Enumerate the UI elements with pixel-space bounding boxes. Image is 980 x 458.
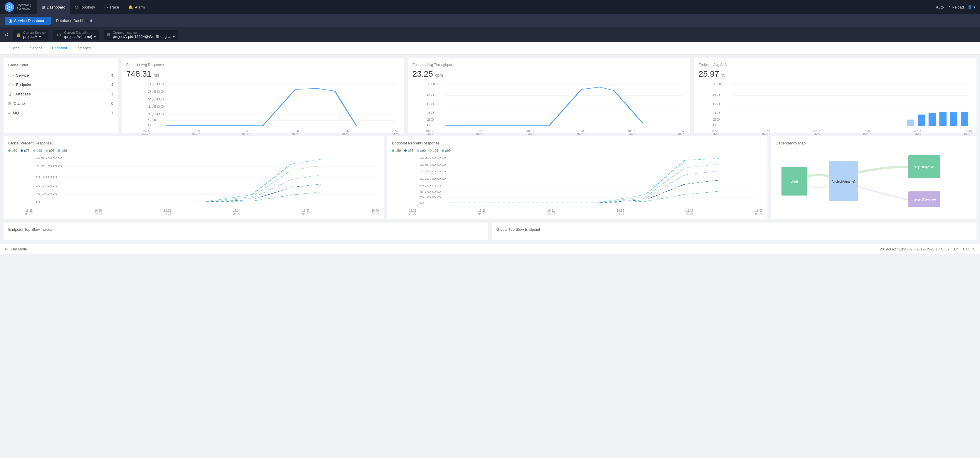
endpoint-percent-response-card: Endpoint Percent Response p50 p75 p90 p9… bbox=[387, 136, 767, 219]
svg-text:20: 20 bbox=[713, 118, 720, 121]
svg-text:12,000: 12,000 bbox=[419, 177, 446, 180]
logo-icon bbox=[5, 2, 14, 12]
endpoint-top-slow-traces-title: Endpoint Top Slow Traces bbox=[8, 227, 484, 232]
endpoint-avg-throughput-card: Endpoint Avg Throughput 23.25 cpm 100 80… bbox=[408, 58, 690, 133]
svg-text:12,500: 12,500 bbox=[35, 165, 62, 168]
legend-p90: p90 bbox=[33, 149, 42, 153]
global-percent-legend: p50 p75 p90 p95 p99 bbox=[8, 149, 379, 153]
logo: Skywalking Rocketbot bbox=[5, 2, 31, 12]
ep-legend-p95: p95 bbox=[429, 149, 438, 153]
instance-dropdown-icon[interactable]: ▾ bbox=[173, 34, 175, 39]
endpoint-avg-response-unit: ms bbox=[154, 73, 159, 78]
global-percent-response-title: Global Percent Response bbox=[8, 141, 379, 145]
brief-item-cache: ⊟ Cache 0 bbox=[8, 99, 113, 108]
endpoint-sla-chart: 100 80 60 40 20 0 bbox=[698, 81, 972, 128]
nav-item-alarm[interactable]: 🔔 Alarm bbox=[124, 0, 150, 14]
reload-button[interactable]: ↺ Reload bbox=[947, 5, 964, 10]
global-brief-list: </> Service 4 </> Endpoint 4 🗄 Database bbox=[8, 71, 113, 118]
top-navigation: Skywalking Rocketbot ⊞ Dashboard ⬡ Topol… bbox=[0, 0, 980, 14]
svg-text:0: 0 bbox=[713, 124, 716, 127]
nav-right: Auto ↺ Reload 👤 ▾ bbox=[936, 5, 975, 10]
endpoint-avg-sla-label: Endpoint Avg SLA bbox=[698, 63, 972, 67]
endpoint-icon: </> bbox=[8, 83, 14, 87]
svg-text:3,000: 3,000 bbox=[148, 82, 164, 86]
chevron-down-icon: ▾ bbox=[973, 5, 975, 10]
global-top-slow-endpoint-card: Global Top Slow Endpoint bbox=[492, 223, 977, 240]
ep-legend-p90: p90 bbox=[417, 149, 426, 153]
endpoint-percent-legend: p50 p75 p90 p95 p99 bbox=[392, 149, 763, 153]
svg-text:1,500: 1,500 bbox=[148, 105, 164, 109]
svg-text:80: 80 bbox=[713, 93, 720, 97]
dependency-map-svg: User /projectA/{name} /projectB/{value} … bbox=[776, 149, 972, 213]
nav-item-topology[interactable]: ⬡ Topology bbox=[70, 0, 100, 14]
svg-text:40: 40 bbox=[427, 111, 434, 114]
svg-text:15,000: 15,000 bbox=[35, 156, 62, 159]
endpoint-avg-response-value: 748.31 bbox=[126, 69, 151, 78]
svg-text:/projectA/{name}: /projectA/{name} bbox=[832, 180, 855, 183]
ep-legend-p75: p75 bbox=[404, 149, 413, 153]
gear-icon[interactable]: ⚙ bbox=[5, 247, 8, 251]
svg-text:0: 0 bbox=[35, 200, 40, 204]
lock-icon: 🔒 bbox=[16, 33, 21, 37]
dashboard-icon: ⊞ bbox=[42, 5, 45, 10]
svg-text:9,000: 9,000 bbox=[35, 176, 57, 179]
svg-text:2,500: 2,500 bbox=[148, 90, 164, 93]
row-bottom: Endpoint Top Slow Traces Global Top Slow… bbox=[3, 223, 977, 240]
main-content: Global Brief </> Service 4 </> Endpoint … bbox=[0, 55, 980, 244]
service-icon: </> bbox=[8, 73, 14, 78]
svg-text:60: 60 bbox=[713, 102, 720, 106]
brief-item-mq: ≡ MQ 1 bbox=[8, 108, 113, 118]
service-dropdown-icon[interactable]: ▾ bbox=[39, 34, 41, 39]
nav-item-dashboard[interactable]: ⊞ Dashboard bbox=[37, 0, 70, 14]
svg-text:3,000: 3,000 bbox=[419, 196, 441, 199]
current-endpoint-group: </> Current Endpoint /projectA/{name} ▾ bbox=[53, 30, 99, 40]
mq-icon: ≡ bbox=[8, 111, 11, 115]
tab-service[interactable]: Service bbox=[25, 42, 47, 54]
svg-rect-40 bbox=[961, 112, 968, 126]
database-label: Database bbox=[14, 92, 31, 96]
svg-text:60: 60 bbox=[427, 102, 434, 106]
current-endpoint-value: /projectA/{name} ▾ bbox=[64, 34, 96, 39]
footer-time-range: 2019-04-27 18:25:37 ~ 2019-04-27 18:40:3… bbox=[880, 247, 950, 251]
svg-rect-37 bbox=[929, 113, 935, 126]
global-top-slow-endpoint-title: Global Top Slow Endpoint bbox=[496, 227, 972, 232]
svg-text:0: 0 bbox=[419, 201, 424, 205]
svg-text:500: 500 bbox=[148, 119, 159, 122]
user-button[interactable]: 👤 ▾ bbox=[967, 5, 975, 10]
tab-instance[interactable]: Instance bbox=[72, 42, 95, 54]
alarm-icon: 🔔 bbox=[128, 5, 133, 10]
svg-text:21,000: 21,000 bbox=[419, 156, 446, 159]
footer-lang[interactable]: En bbox=[954, 247, 959, 251]
endpoint-label: Endpoint bbox=[16, 83, 31, 87]
sub-nav-service-dashboard[interactable]: ▣ Service Dashboard bbox=[5, 17, 51, 25]
tab-global[interactable]: Global bbox=[5, 42, 25, 54]
toolbar: ↺ 🔒 Current Service projectA ▾ </> Curre… bbox=[0, 27, 980, 42]
nav-item-trace[interactable]: ↝ Trace bbox=[100, 0, 124, 14]
sub-nav-database-dashboard[interactable]: Database Dashboard bbox=[52, 17, 96, 25]
service-count: 4 bbox=[111, 73, 113, 78]
topology-icon: ⬡ bbox=[75, 5, 78, 10]
legend-p50: p50 bbox=[8, 149, 17, 153]
endpoint-avg-response-card: Endpoint Avg Response 748.31 ms 3,000 2,… bbox=[121, 58, 404, 133]
endpoint-percent-chart: 21,000 18,000 15,000 12,000 9,000 6,000 … bbox=[392, 155, 763, 208]
current-instance-group: 🖥 Current Instance projectA-pid:12624@Wu… bbox=[103, 30, 178, 40]
endpoint-percent-response-title: Endpoint Percent Response bbox=[392, 141, 763, 145]
svg-rect-38 bbox=[940, 112, 947, 126]
svg-text:100: 100 bbox=[713, 82, 724, 86]
toolbar-refresh-icon[interactable]: ↺ bbox=[5, 32, 8, 38]
brief-item-service: </> Service 4 bbox=[8, 71, 113, 80]
svg-rect-35 bbox=[907, 119, 914, 126]
code-icon: </> bbox=[56, 33, 62, 37]
svg-text:/projectB/{value}: /projectB/{value} bbox=[913, 165, 936, 169]
current-service-value: projectA ▾ bbox=[23, 34, 46, 39]
tab-endpoint[interactable]: Endpoint bbox=[47, 42, 72, 54]
endpoint-dropdown-icon[interactable]: ▾ bbox=[94, 34, 96, 39]
ep-legend-p99: p99 bbox=[442, 149, 450, 153]
svg-text:3,000: 3,000 bbox=[35, 192, 57, 196]
svg-text:9,000: 9,000 bbox=[419, 184, 441, 187]
database-count: 1 bbox=[111, 92, 113, 96]
auto-button[interactable]: Auto bbox=[936, 5, 944, 10]
endpoint-avg-response-label: Endpoint Avg Response bbox=[126, 63, 399, 67]
svg-text:6,000: 6,000 bbox=[419, 190, 441, 194]
svg-text:100: 100 bbox=[427, 82, 438, 86]
